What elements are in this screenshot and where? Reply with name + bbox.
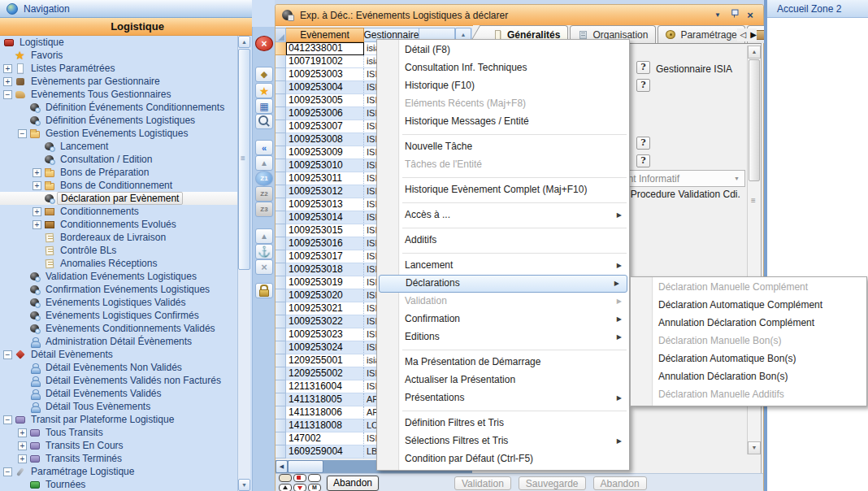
tree-item-definition-evenements-conditionnements[interactable]: Définition Événements Conditionnements — [0, 101, 237, 114]
help-button[interactable]: ? — [636, 137, 650, 150]
footer-sauvegarde-button[interactable]: Sauvegarde — [519, 476, 586, 490]
tab-next-icon[interactable]: ▶ — [750, 29, 757, 41]
cell-evenement[interactable]: 1609259004 — [286, 445, 364, 458]
row-header-cell[interactable] — [276, 146, 286, 159]
cell-evenement[interactable]: 1411318006 — [286, 406, 364, 419]
tree-item-detail-evenements-valides-non-factures[interactable]: Détail Evènements Validés non Facturés — [0, 374, 237, 387]
tree-item-detail-evenements-non-valides[interactable]: Détail Evènements Non Validés — [0, 361, 237, 374]
row-header-cell[interactable] — [276, 159, 286, 172]
context-menu-item-definition-filtres-et-tris[interactable]: Définition Filtres et Tris — [377, 415, 629, 432]
collapse-icon[interactable]: « — [255, 140, 273, 155]
cell-evenement[interactable]: 1209255002 — [286, 367, 364, 380]
submenu-item-annulation-declaration-bon-s[interactable]: Annulation Déclaration Bon(s) — [631, 368, 866, 386]
cell-evenement[interactable]: 1009253014 — [286, 211, 364, 224]
context-menu-item-validation[interactable]: Validation▶ — [377, 293, 629, 311]
scroll-down-icon[interactable]: ▼ — [748, 441, 761, 454]
tree-item-evenements-par-gestionnaire[interactable]: +Evènements par Gestionnaire — [0, 75, 237, 88]
context-menu-item-detail-f8[interactable]: Détail (F8) — [377, 41, 629, 59]
record-first-button[interactable] — [279, 474, 292, 482]
submenu-item-annulation-declaration-complement[interactable]: Annulation Déclaration Complément — [631, 315, 866, 332]
row-header-cell[interactable] — [276, 68, 286, 81]
close-window-icon[interactable]: × — [255, 36, 273, 51]
record-flag-button[interactable] — [293, 474, 306, 482]
tree-item-transit-par-plateforme-logistique[interactable]: −Transit par Plateforme Logistique — [0, 413, 237, 426]
context-menu-item-elements-recents-maj-f8[interactable]: Eléments Récents (Maj+F8) — [377, 95, 629, 113]
magnifier-icon[interactable] — [255, 114, 273, 129]
accueil-header[interactable]: Accueil Zone 2 — [767, 0, 868, 18]
cell-evenement[interactable]: 1009253018 — [286, 263, 364, 276]
cell-evenement[interactable]: 147002 — [286, 432, 364, 445]
row-header-cell[interactable] — [276, 224, 286, 237]
informatif-dropdown[interactable]: ent Informatif ▼ — [617, 170, 745, 187]
tab-parametrage[interactable]: Paramétrage — [658, 25, 744, 43]
context-menu-item-nouvelle-tache[interactable]: Nouvelle Tâche — [377, 138, 629, 156]
cell-evenement[interactable]: 1009253009 — [286, 146, 364, 159]
favorites-star-icon[interactable]: ★ — [255, 83, 273, 98]
column-header-evenement[interactable]: Evènement — [286, 28, 364, 42]
tree-item-tous-transits[interactable]: +Tous Transits — [0, 426, 237, 439]
tree-item-detail-evenements-valides[interactable]: Détail Evènements Validés — [0, 387, 237, 400]
row-header-cell[interactable] — [276, 419, 286, 432]
expand-minus-icon[interactable]: − — [18, 129, 27, 138]
record-up-button[interactable] — [279, 484, 292, 491]
arrow-up-icon[interactable]: ▲ — [255, 228, 273, 244]
cross-icon[interactable]: × — [255, 259, 273, 275]
scroll-up-icon[interactable]: ▲ — [238, 36, 250, 48]
record-blank-button[interactable] — [308, 474, 321, 482]
row-header-cell[interactable] — [276, 211, 286, 224]
form-scrollbar-thumb[interactable] — [749, 59, 760, 181]
tree-item-evenements-logistiques-confirmes[interactable]: Evénements Logistiques Confirmés — [0, 309, 237, 322]
window-close-icon[interactable]: × — [744, 9, 757, 21]
cell-evenement[interactable]: 1009253019 — [286, 276, 364, 289]
footer-validation-button[interactable]: Validation — [454, 476, 511, 490]
context-menu-item-presentations[interactable]: Présentations▶ — [377, 389, 629, 407]
context-menu-item-lancement[interactable]: Lancement▶ — [377, 257, 629, 275]
cell-evenement[interactable]: 1009253011 — [286, 172, 364, 185]
context-menu-item-declarations[interactable]: Déclarations▶ — [379, 275, 627, 293]
row-header-cell[interactable] — [276, 250, 286, 263]
monitor-icon[interactable]: ▦ — [255, 98, 273, 114]
cell-evenement[interactable]: 1209255001 — [286, 354, 364, 367]
row-header-cell[interactable] — [276, 289, 286, 302]
expand-plus-icon[interactable]: + — [33, 168, 41, 177]
expand-minus-icon[interactable]: − — [3, 415, 12, 424]
zoom-3-icon[interactable]: Z3 — [255, 202, 273, 217]
cell-evenement[interactable]: 1009253015 — [286, 224, 364, 237]
scroll-down-icon[interactable]: ▼ — [238, 479, 250, 491]
help-button[interactable]: ? — [636, 154, 650, 167]
expand-plus-icon[interactable]: + — [18, 428, 27, 437]
context-menu-item-historique-evenement-complet-maj-f10[interactable]: Historique Evènement Complet (Maj+F10) — [377, 181, 629, 199]
cell-evenement[interactable]: 1009253012 — [286, 185, 364, 198]
row-header-cell[interactable] — [276, 237, 286, 250]
help-button[interactable]: ? — [636, 79, 650, 92]
context-menu-item-actualiser-la-presentation[interactable]: Actualiser la Présentation — [377, 372, 629, 389]
tree-item-conditionnements-evolues[interactable]: +Conditionnements Evolués — [0, 218, 237, 231]
row-header-cell[interactable] — [276, 81, 286, 94]
help-button[interactable]: ? — [636, 61, 650, 74]
context-menu-item-taches-de-l-entite[interactable]: Tâches de l'Entité — [377, 156, 629, 174]
context-menu-item-historique-messages-entite[interactable]: Historique Messages / Entité — [377, 113, 629, 131]
cell-evenement[interactable]: 1009253021 — [286, 302, 364, 315]
record-m-button[interactable]: M — [308, 484, 321, 491]
row-header-cell[interactable] — [276, 42, 286, 55]
grid-corner-cell[interactable] — [276, 28, 286, 42]
expand-plus-icon[interactable]: + — [18, 441, 27, 450]
tree-item-controle-bls[interactable]: Contrôle BLs — [0, 244, 237, 257]
row-header-cell[interactable] — [276, 302, 286, 315]
lock-icon[interactable] — [255, 283, 273, 298]
tree-item-favoris[interactable]: Favoris — [0, 49, 237, 62]
row-header-cell[interactable] — [276, 328, 286, 341]
row-header-cell[interactable] — [276, 198, 286, 211]
tree-item-anomalies-receptions[interactable]: Anomalies Réceptions — [0, 257, 237, 270]
submenu-item-declaration-automatique-complement[interactable]: Déclaration Automatique Complément — [631, 297, 866, 315]
context-menu-item-condition-par-defaut-ctrl-f5[interactable]: Condition par Défaut (Ctrl-F5) — [377, 450, 629, 468]
tree-item-tournees[interactable]: Tournées — [0, 478, 237, 491]
row-header-cell[interactable] — [276, 185, 286, 198]
tree-item-detail-tous-evenements[interactable]: Détail Tous Evènements — [0, 400, 237, 413]
cell-evenement[interactable]: 1009253016 — [286, 237, 364, 250]
row-header-cell[interactable] — [276, 367, 286, 380]
expand-plus-icon[interactable]: + — [3, 77, 12, 86]
cell-evenement[interactable]: 1009253010 — [286, 159, 364, 172]
footer-abandon-button[interactable]: Abandon — [593, 476, 647, 490]
cell-evenement[interactable]: 1009253004 — [286, 81, 364, 94]
